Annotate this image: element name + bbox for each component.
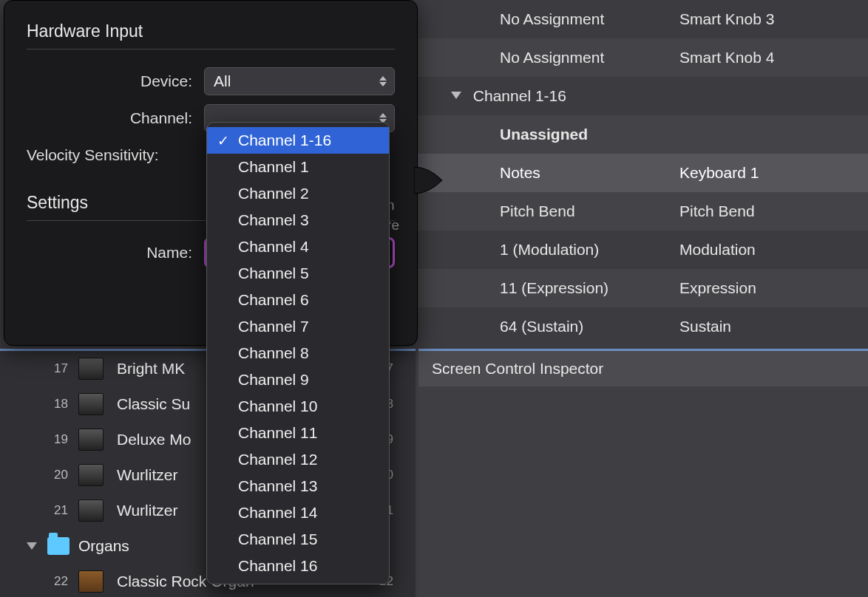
chevron-down-icon[interactable] <box>451 92 461 99</box>
assignment-target: Keyboard 1 <box>663 164 868 182</box>
assignment-target: Modulation <box>663 241 868 259</box>
folder-icon <box>47 537 69 555</box>
assignment-source: 11 (Expression) <box>416 279 663 297</box>
channel-option[interactable]: Channel 10 <box>207 393 389 420</box>
assignment-group[interactable]: Channel 1-16 <box>416 77 868 115</box>
channel-option[interactable]: Channel 13 <box>207 473 389 499</box>
channel-dropdown[interactable]: Channel 1-16Channel 1Channel 2Channel 3C… <box>206 122 390 584</box>
device-value: All <box>214 72 231 90</box>
assignment-source: 64 (Sustain) <box>416 318 663 335</box>
name-label: Name: <box>27 244 204 262</box>
channel-option[interactable]: Channel 4 <box>207 233 389 260</box>
select-stepper-icon <box>379 76 387 86</box>
channel-option[interactable]: Channel 16 <box>207 553 389 579</box>
channel-option[interactable]: Channel 1-16 <box>207 127 389 154</box>
assignment-row[interactable]: 64 (Sustain) Sustain <box>416 307 868 346</box>
popover-title: Hardware Input <box>27 21 395 50</box>
assignment-source: Unassigned <box>416 126 663 143</box>
assignment-source: No Assignment <box>416 49 663 66</box>
instrument-icon <box>78 393 104 415</box>
velocity-label: Velocity Sensitivity: <box>27 146 171 164</box>
channel-option[interactable]: Channel 8 <box>207 340 389 366</box>
channel-option[interactable]: Channel 7 <box>207 313 389 340</box>
patch-number: 22 <box>43 574 68 589</box>
assignment-target: Smart Knob 4 <box>663 49 868 66</box>
channel-option[interactable]: Channel 1 <box>207 154 389 180</box>
assignment-row[interactable]: No Assignment Smart Knob 3 <box>416 0 868 38</box>
channel-option[interactable]: Channel 2 <box>207 180 389 207</box>
patch-name: Wurlitzer <box>117 466 177 484</box>
patch-number: 21 <box>43 503 68 518</box>
assignment-target: Smart Knob 3 <box>663 10 868 28</box>
assignment-row[interactable]: Pitch Bend Pitch Bend <box>416 192 868 231</box>
patch-number: 20 <box>43 468 68 482</box>
device-select[interactable]: All <box>204 67 395 95</box>
assignment-target: Pitch Bend <box>663 202 868 220</box>
group-label: Channel 1-16 <box>416 87 663 105</box>
patch-name: Classic Su <box>117 395 190 413</box>
patch-number: 18 <box>43 397 68 412</box>
channel-option[interactable]: Channel 14 <box>207 499 389 526</box>
assignment-row[interactable]: Unassigned <box>416 115 868 154</box>
channel-option[interactable]: Channel 5 <box>207 260 389 287</box>
patch-number: 19 <box>43 432 68 447</box>
assignment-target: Sustain <box>663 318 868 335</box>
folder-name: Organs <box>78 537 129 555</box>
patch-number: 17 <box>43 361 68 376</box>
assignment-row[interactable]: No Assignment Smart Knob 4 <box>416 38 868 77</box>
assignment-row[interactable]: 11 (Expression) Expression <box>416 269 868 307</box>
patch-name: Deluxe Mo <box>117 431 191 448</box>
channel-option[interactable]: Channel 3 <box>207 207 389 233</box>
patch-name: Wurlitzer <box>117 502 177 519</box>
patch-name: Bright MK <box>117 360 185 378</box>
assignment-source: Notes <box>416 164 663 182</box>
assignment-source: 1 (Modulation) <box>416 241 663 259</box>
chevron-down-icon[interactable] <box>27 542 37 550</box>
channel-label: Channel: <box>27 109 204 127</box>
channel-option[interactable]: Channel 6 <box>207 287 389 313</box>
instrument-icon <box>78 358 104 380</box>
channel-option[interactable]: Channel 12 <box>207 446 389 473</box>
screen-control-inspector: Screen Control Inspector <box>418 349 868 597</box>
device-row: Device: All <box>27 63 395 100</box>
assignment-target: Expression <box>663 279 868 297</box>
assignment-row[interactable]: 1 (Modulation) Modulation <box>416 231 868 269</box>
assignment-row-selected[interactable]: Notes Keyboard 1 <box>416 154 868 192</box>
assignment-table: No Assignment Smart Knob 3 No Assignment… <box>416 0 868 347</box>
channel-option[interactable]: Channel 9 <box>207 366 389 393</box>
channel-option[interactable]: Channel 15 <box>207 526 389 553</box>
instrument-icon <box>78 570 104 593</box>
instrument-icon <box>78 499 104 522</box>
channel-option[interactable]: Channel 11 <box>207 420 389 446</box>
instrument-icon <box>78 464 104 486</box>
inspector-title: Screen Control Inspector <box>418 351 868 386</box>
device-label: Device: <box>27 72 204 90</box>
assignment-source: Pitch Bend <box>416 202 663 220</box>
assignment-source: No Assignment <box>416 10 663 28</box>
group-title: Channel 1-16 <box>473 87 566 104</box>
instrument-icon <box>78 429 104 451</box>
